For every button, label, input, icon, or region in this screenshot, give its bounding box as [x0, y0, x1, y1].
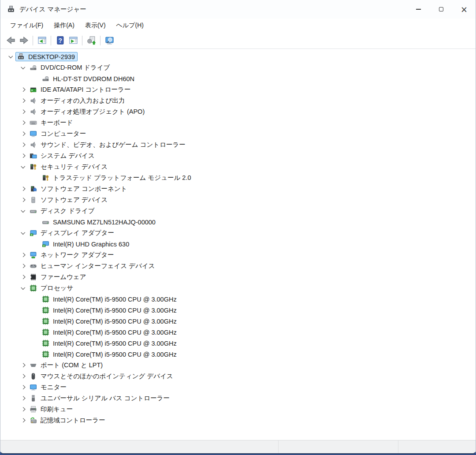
- tree-item[interactable]: キーボード: [0, 117, 476, 128]
- tree-item[interactable]: Intel(R) Core(TM) i5-9500 CPU @ 3.00GHz: [0, 338, 476, 349]
- node-body[interactable]: セキュリティ デバイス: [28, 162, 110, 172]
- node-body[interactable]: DVD/CD-ROM ドライブ: [28, 63, 113, 73]
- chevron-cell[interactable]: [18, 393, 28, 404]
- tree-item[interactable]: セキュリティ デバイス: [0, 161, 476, 172]
- help-button[interactable]: ?: [53, 34, 67, 47]
- show-hide-console-tree-button[interactable]: [35, 34, 48, 47]
- tree-item[interactable]: Intel(R) Core(TM) i5-9500 CPU @ 3.00GHz: [0, 305, 476, 316]
- node-body[interactable]: Intel(R) Core(TM) i5-9500 CPU @ 3.00GHz: [40, 306, 179, 315]
- node-body[interactable]: HL-DT-ST DVDROM DH60N: [40, 74, 137, 83]
- tree-item[interactable]: ディスク ドライブ: [0, 205, 476, 216]
- maximize-button[interactable]: [430, 0, 453, 19]
- node-body[interactable]: Intel(R) Core(TM) i5-9500 CPU @ 3.00GHz: [40, 328, 179, 337]
- tree-item[interactable]: ポート (COM と LPT): [0, 360, 476, 371]
- tree-item[interactable]: オーディオ処理オブジェクト (APO): [0, 106, 476, 117]
- close-button[interactable]: ×: [453, 0, 476, 19]
- node-body[interactable]: ファームウェア: [28, 272, 89, 282]
- chevron-cell[interactable]: [18, 360, 28, 371]
- node-body[interactable]: ディスク ドライブ: [28, 206, 97, 216]
- node-body[interactable]: ソフトウェア デバイス: [28, 195, 110, 205]
- tree-item[interactable]: ヒューマン インターフェイス デバイス: [0, 261, 476, 272]
- forward-button[interactable]: [17, 34, 30, 47]
- chevron-cell[interactable]: [18, 283, 28, 294]
- chevron-cell[interactable]: [18, 139, 28, 150]
- selected-node[interactable]: DESKTOP-2939: [15, 52, 78, 61]
- tree-item[interactable]: Intel(R) Core(TM) i5-9500 CPU @ 3.00GHz: [0, 316, 476, 327]
- tree-item[interactable]: ディスプレイ アダプター: [0, 228, 476, 239]
- chevron-cell[interactable]: [18, 371, 28, 382]
- tree-item[interactable]: Intel(R) Core(TM) i5-9500 CPU @ 3.00GHz: [0, 327, 476, 338]
- tree-item[interactable]: ソフトウェア デバイス: [0, 194, 476, 205]
- chevron-cell[interactable]: [18, 95, 28, 106]
- properties-button[interactable]: [67, 34, 80, 47]
- node-body[interactable]: 記憶域コントローラー: [28, 415, 108, 425]
- node-body[interactable]: ソフトウェア コンポーネント: [28, 184, 130, 194]
- tree-item[interactable]: 印刷キュー: [0, 404, 476, 415]
- menu-file[interactable]: ファイル(F): [5, 20, 48, 31]
- minimize-button[interactable]: [407, 0, 430, 19]
- device-search-button[interactable]: [103, 34, 116, 47]
- node-body[interactable]: キーボード: [28, 118, 76, 128]
- chevron-cell[interactable]: [18, 128, 28, 139]
- node-body[interactable]: ポート (COM と LPT): [28, 360, 105, 370]
- node-body[interactable]: サウンド、ビデオ、およびゲーム コントローラー: [28, 140, 188, 150]
- node-body[interactable]: 印刷キュー: [28, 404, 75, 414]
- chevron-cell[interactable]: [18, 117, 28, 128]
- node-body[interactable]: Intel(R) Core(TM) i5-9500 CPU @ 3.00GHz: [40, 339, 179, 348]
- menu-action[interactable]: 操作(A): [48, 20, 80, 31]
- node-body[interactable]: トラステッド プラットフォーム モジュール 2.0: [40, 173, 194, 183]
- node-body[interactable]: オーディオの入力および出力: [28, 96, 127, 106]
- node-body[interactable]: システム デバイス: [28, 151, 97, 161]
- node-body[interactable]: Intel(R) Core(TM) i5-9500 CPU @ 3.00GHz: [40, 317, 179, 326]
- node-body[interactable]: ネットワーク アダプター: [28, 250, 117, 260]
- tree-item[interactable]: 記憶域コントローラー: [0, 415, 476, 426]
- tree-item[interactable]: IDE ATA/ATAPI コントローラー: [0, 84, 476, 95]
- tree-item[interactable]: DESKTOP-2939: [0, 51, 476, 62]
- menu-view[interactable]: 表示(V): [80, 20, 111, 31]
- tree-item[interactable]: システム デバイス: [0, 150, 476, 161]
- node-body[interactable]: ディスプレイ アダプター: [28, 228, 117, 238]
- chevron-cell[interactable]: [18, 62, 28, 73]
- tree-item[interactable]: DVD/CD-ROM ドライブ: [0, 62, 476, 73]
- node-body[interactable]: Intel(R) Core(TM) i5-9500 CPU @ 3.00GHz: [40, 295, 179, 304]
- node-body[interactable]: SAMSUNG MZ7LN512HAJQ-00000: [40, 217, 158, 227]
- tree-item[interactable]: ファームウェア: [0, 272, 476, 283]
- chevron-cell[interactable]: [18, 272, 28, 283]
- chevron-cell[interactable]: [18, 250, 28, 261]
- chevron-cell[interactable]: [18, 404, 28, 415]
- chevron-cell[interactable]: [18, 194, 28, 205]
- tree-item[interactable]: オーディオの入力および出力: [0, 95, 476, 106]
- scan-hardware-changes-button[interactable]: [85, 34, 98, 47]
- chevron-cell[interactable]: [18, 205, 28, 216]
- tree-item[interactable]: SAMSUNG MZ7LN512HAJQ-00000: [0, 216, 476, 228]
- node-body[interactable]: オーディオ処理オブジェクト (APO): [28, 107, 147, 117]
- chevron-cell[interactable]: [18, 415, 28, 426]
- tree-item[interactable]: ソフトウェア コンポーネント: [0, 183, 476, 194]
- chevron-cell[interactable]: [18, 161, 28, 172]
- tree-item[interactable]: トラステッド プラットフォーム モジュール 2.0: [0, 172, 476, 183]
- node-body[interactable]: ユニバーサル シリアル バス コントローラー: [28, 393, 172, 403]
- chevron-cell[interactable]: [18, 150, 28, 161]
- chevron-cell[interactable]: [18, 183, 28, 194]
- tree-item[interactable]: HL-DT-ST DVDROM DH60N: [0, 73, 476, 84]
- chevron-cell[interactable]: [6, 51, 15, 62]
- tree-item[interactable]: マウスとそのほかのポインティング デバイス: [0, 371, 476, 382]
- tree-item[interactable]: コンピューター: [0, 128, 476, 139]
- node-body[interactable]: モニター: [28, 382, 69, 392]
- tree-item[interactable]: ネットワーク アダプター: [0, 250, 476, 261]
- tree-item[interactable]: ユニバーサル シリアル バス コントローラー: [0, 393, 476, 404]
- tree-item[interactable]: モニター: [0, 382, 476, 393]
- node-body[interactable]: Intel(R) UHD Graphics 630: [40, 239, 132, 249]
- node-body[interactable]: プロセッサ: [28, 283, 76, 293]
- node-body[interactable]: コンピューター: [28, 129, 89, 139]
- tree-item[interactable]: サウンド、ビデオ、およびゲーム コントローラー: [0, 139, 476, 150]
- node-body[interactable]: Intel(R) Core(TM) i5-9500 CPU @ 3.00GHz: [40, 350, 179, 359]
- back-button[interactable]: [4, 34, 17, 47]
- chevron-cell[interactable]: [18, 228, 28, 239]
- tree-item[interactable]: Intel(R) UHD Graphics 630: [0, 239, 476, 250]
- node-body[interactable]: IDE ATA/ATAPI コントローラー: [28, 85, 133, 95]
- chevron-cell[interactable]: [18, 382, 28, 393]
- node-body[interactable]: マウスとそのほかのポインティング デバイス: [28, 371, 176, 381]
- chevron-cell[interactable]: [18, 84, 28, 95]
- tree-item[interactable]: Intel(R) Core(TM) i5-9500 CPU @ 3.00GHz: [0, 349, 476, 360]
